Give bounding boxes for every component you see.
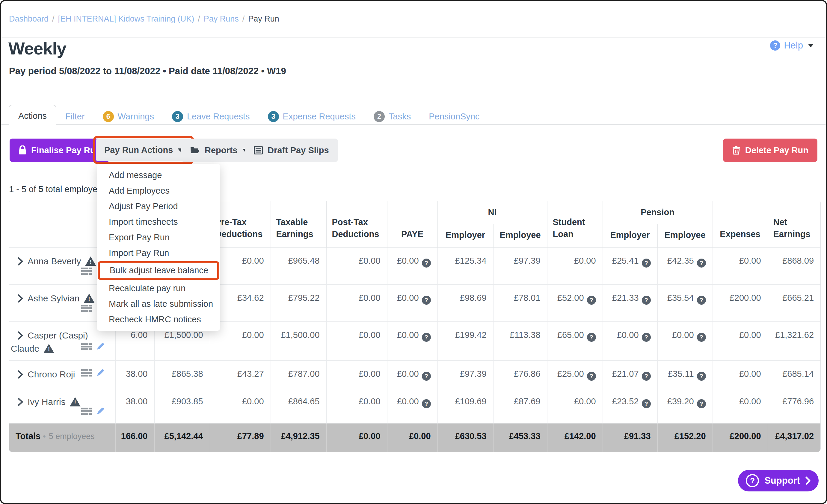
- table-row: Chrono Roji 38.00 £865.38 £43.27 £787.00…: [9, 360, 820, 388]
- ni-employee-cell: £97.39: [493, 247, 547, 284]
- question-badge-icon[interactable]: [642, 399, 651, 408]
- warning-icon[interactable]: [84, 294, 94, 303]
- notes-icon[interactable]: [81, 267, 92, 275]
- ni-employee-cell: £76.86: [493, 360, 547, 388]
- edit-pencil-icon[interactable]: [96, 342, 105, 351]
- pension-employee-cell: £35.54: [658, 284, 713, 322]
- expand-chevron-icon[interactable]: [17, 398, 23, 406]
- question-badge-icon[interactable]: [642, 333, 651, 342]
- warning-icon[interactable]: [43, 344, 54, 353]
- question-badge-icon[interactable]: [422, 259, 431, 268]
- breadcrumb-separator: /: [52, 14, 54, 24]
- tab-pensionsync[interactable]: PensionSync: [420, 107, 488, 126]
- pension-employer-header: Employer: [602, 224, 658, 247]
- question-badge-icon[interactable]: [422, 399, 431, 408]
- post-tax-cell: £0.00: [326, 360, 387, 388]
- question-badge-icon[interactable]: [697, 399, 706, 408]
- tasks-count-badge: 2: [374, 111, 385, 122]
- question-badge-icon[interactable]: [697, 259, 706, 268]
- toolbar: Finalise Pay Run Pay Run Actions Reports…: [9, 138, 818, 162]
- post-tax-cell: £0.00: [326, 247, 387, 284]
- menu-item-adjust-pay-period[interactable]: Adjust Pay Period: [97, 199, 220, 214]
- ni-employee-cell: £78.01: [493, 284, 547, 322]
- tab-expense-requests[interactable]: 3 Expense Requests: [259, 107, 364, 126]
- question-badge-icon[interactable]: [642, 372, 651, 381]
- expenses-cell: £0.00: [713, 388, 768, 423]
- expenses-cell: £200.00: [713, 284, 768, 322]
- tab-leave-requests[interactable]: 3 Leave Requests: [163, 107, 259, 126]
- edit-pencil-icon[interactable]: [96, 369, 105, 377]
- gross-cell: £903.85: [154, 388, 210, 423]
- notes-icon[interactable]: [81, 343, 92, 350]
- menu-item-export-pay-run[interactable]: Export Pay Run: [97, 230, 220, 245]
- support-button[interactable]: ? Support: [738, 470, 819, 492]
- pre-tax-cell: £43.27: [210, 360, 271, 388]
- question-badge-icon[interactable]: [587, 333, 596, 342]
- menu-item-recheck-hmrc-notices[interactable]: Recheck HMRC notices: [97, 312, 220, 327]
- question-badge-icon[interactable]: [697, 333, 706, 342]
- menu-item-mark-all-late-submission[interactable]: Mark all as late submission: [97, 296, 220, 312]
- menu-item-import-timesheets[interactable]: Import timesheets: [97, 214, 220, 230]
- pay-run-actions-button[interactable]: Pay Run Actions: [96, 138, 191, 161]
- folder-icon: [190, 146, 200, 154]
- tab-tasks[interactable]: 2 Tasks: [364, 107, 420, 126]
- gross-cell: £865.38: [154, 360, 210, 388]
- pension-employer-cell: £21.33: [602, 284, 658, 322]
- warning-icon[interactable]: [85, 257, 96, 266]
- breadcrumb-separator: /: [242, 14, 245, 24]
- expenses-cell: £0.00: [713, 247, 768, 284]
- breadcrumb-dashboard[interactable]: Dashboard: [9, 14, 49, 24]
- draft-pay-slips-button[interactable]: Draft Pay Slips: [245, 138, 338, 162]
- question-badge-icon[interactable]: [697, 296, 706, 305]
- breadcrumb-pay-runs[interactable]: Pay Runs: [204, 14, 239, 24]
- leave-requests-count-badge: 3: [172, 111, 183, 122]
- totals-taxable: £4,912.35: [271, 423, 326, 452]
- expand-chevron-icon[interactable]: [17, 370, 23, 379]
- student-loan-cell: £65.00: [547, 322, 602, 360]
- student-loan-cell: £25.00: [547, 360, 602, 388]
- ni-employee-cell: £87.69: [493, 388, 547, 423]
- question-badge-icon[interactable]: [422, 333, 431, 342]
- notes-icon[interactable]: [81, 407, 92, 415]
- tab-actions[interactable]: Actions: [9, 105, 56, 126]
- expand-chevron-icon[interactable]: [17, 331, 23, 340]
- ni-employer-header: Employer: [437, 224, 493, 247]
- pension-employee-cell: £39.20: [658, 388, 713, 423]
- warning-icon[interactable]: [70, 397, 81, 406]
- menu-item-bulk-adjust-leave-balance[interactable]: Bulk adjust leave balance: [98, 261, 219, 280]
- edit-pencil-icon[interactable]: [96, 407, 105, 416]
- expand-chevron-icon[interactable]: [17, 257, 23, 266]
- question-badge-icon[interactable]: [587, 372, 596, 381]
- table-row: Ivy Harris 38.00 £903.85 £0.00 £864.65 £…: [9, 388, 820, 423]
- question-badge-icon[interactable]: [422, 296, 431, 305]
- question-badge-icon[interactable]: [422, 372, 431, 381]
- tab-label: Tasks: [389, 112, 411, 121]
- ni-employer-cell: £199.42: [437, 322, 493, 360]
- notes-icon[interactable]: [81, 304, 92, 312]
- menu-item-add-employees[interactable]: Add Employees: [97, 183, 220, 199]
- chevron-down-icon: [808, 44, 814, 47]
- taxable-cell: £795.22: [271, 284, 326, 322]
- question-badge-icon[interactable]: [587, 296, 596, 305]
- expand-chevron-icon[interactable]: [17, 294, 23, 302]
- page-title: Weekly: [8, 38, 66, 58]
- employee-count-summary: 1 - 5 of 5 total employees: [9, 184, 107, 194]
- totals-gross: £5,142.44: [154, 423, 210, 452]
- ni-employer-cell: £97.39: [437, 360, 493, 388]
- help-menu[interactable]: ? Help: [770, 40, 814, 51]
- totals-employee-count: 5 employees: [43, 432, 95, 441]
- question-badge-icon[interactable]: [642, 296, 651, 305]
- question-badge-icon[interactable]: [697, 372, 706, 381]
- menu-item-import-pay-run[interactable]: Import Pay Run: [97, 245, 220, 261]
- menu-item-recalculate-pay-run[interactable]: Recalculate pay run: [97, 280, 220, 296]
- delete-pay-run-button[interactable]: Delete Pay Run: [723, 138, 817, 162]
- breadcrumb-current: Pay Run: [248, 14, 279, 24]
- question-badge-icon[interactable]: [642, 259, 651, 268]
- breadcrumb-business[interactable]: [EH INTERNAL] Kidows Training (UK): [58, 14, 194, 24]
- finalise-label: Finalise Pay Run: [31, 146, 101, 155]
- summary-prefix: 1 - 5 of: [9, 184, 38, 194]
- tab-filter[interactable]: Filter: [56, 107, 94, 126]
- tab-warnings[interactable]: 6 Warnings: [94, 107, 163, 126]
- notes-icon[interactable]: [81, 369, 92, 377]
- menu-item-add-message[interactable]: Add message: [97, 167, 220, 183]
